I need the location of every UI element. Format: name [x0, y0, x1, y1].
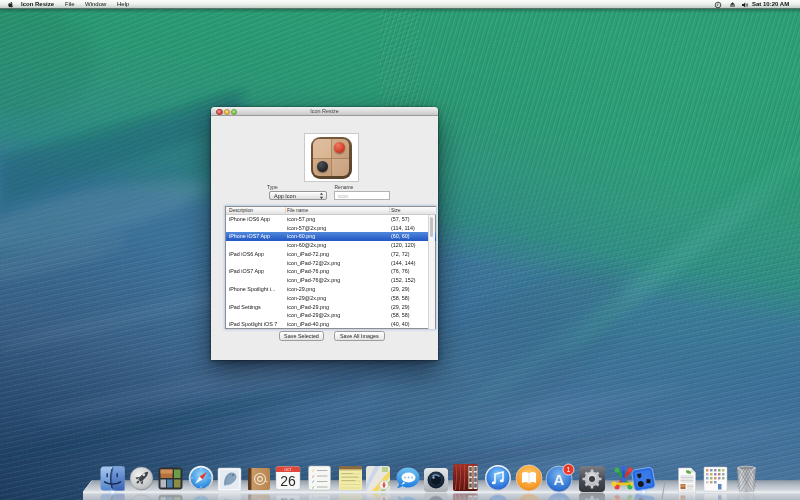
svg-text:OCT: OCT: [284, 467, 292, 471]
svg-text:✓: ✓: [311, 484, 315, 489]
svg-text:✓: ✓: [311, 468, 315, 473]
svg-text:✓: ✓: [311, 473, 315, 478]
svg-text:A: A: [554, 471, 565, 488]
svg-text:1: 1: [567, 466, 571, 473]
svg-text:✓: ✓: [311, 479, 315, 484]
svg-text:26: 26: [280, 473, 296, 489]
